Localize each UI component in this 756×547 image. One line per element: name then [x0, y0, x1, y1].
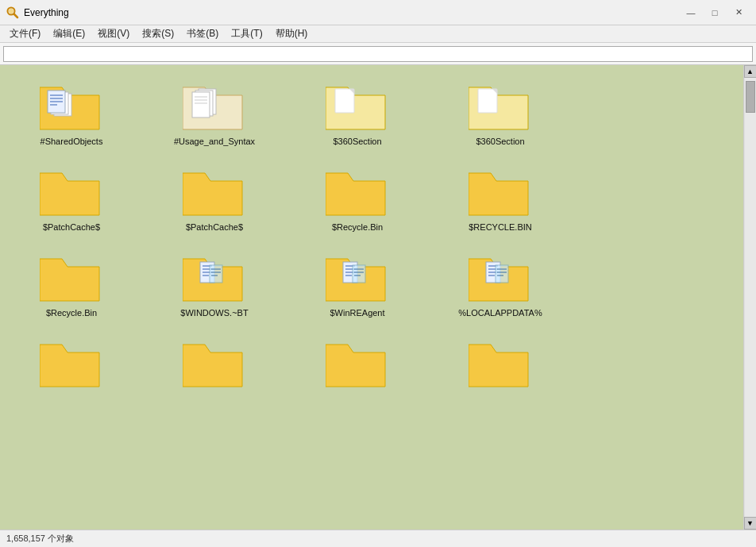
- list-item[interactable]: $Recycle.Bin: [302, 159, 413, 237]
- folder-icon: [40, 78, 103, 133]
- title-left: Everything: [6, 6, 69, 19]
- folder-icon: [40, 164, 103, 219]
- file-label: $360Section: [476, 137, 524, 146]
- list-item[interactable]: #SharedObjects: [16, 73, 127, 151]
- list-item[interactable]: $WinREAgent: [302, 245, 413, 322]
- menu-item[interactable]: 搜索(S): [136, 25, 180, 42]
- list-item[interactable]: [159, 330, 270, 399]
- scroll-track[interactable]: [745, 78, 756, 517]
- scroll-thumb[interactable]: [746, 81, 755, 113]
- file-label: $Recycle.Bin: [46, 308, 97, 318]
- list-item[interactable]: $360Section: [302, 73, 413, 151]
- svg-line-1: [14, 13, 18, 17]
- file-label: $360Section: [333, 137, 381, 146]
- svg-marker-24: [40, 173, 99, 215]
- menu-item[interactable]: 文件(F): [3, 25, 47, 42]
- scroll-down-arrow[interactable]: ▼: [744, 517, 757, 530]
- folder-icon: [326, 78, 389, 133]
- folder-icon: [469, 164, 532, 219]
- folder-icon: [40, 249, 103, 305]
- menu-item[interactable]: 书签(B): [180, 25, 225, 42]
- svg-rect-14: [192, 92, 210, 117]
- minimize-button[interactable]: —: [680, 3, 702, 22]
- svg-marker-28: [40, 259, 99, 301]
- folder-icon: [183, 78, 246, 133]
- svg-rect-55: [496, 265, 508, 283]
- list-item[interactable]: [16, 330, 127, 399]
- folder-icon: [469, 249, 532, 305]
- file-label: $WinREAgent: [330, 308, 384, 318]
- folder-icon: [40, 335, 103, 391]
- svg-marker-61: [326, 345, 385, 387]
- file-label: $PatchCache$: [186, 222, 243, 232]
- svg-rect-22: [478, 89, 497, 113]
- file-label: %LOCALAPPDATA%: [458, 308, 542, 318]
- svg-point-2: [9, 9, 14, 13]
- scroll-up-arrow[interactable]: ▲: [744, 65, 757, 78]
- list-item[interactable]: [302, 330, 413, 399]
- status-bar: 1,658,157 个对象: [0, 530, 756, 547]
- svg-marker-21: [469, 87, 528, 129]
- list-item[interactable]: %LOCALAPPDATA%: [445, 245, 556, 322]
- menu-item[interactable]: 编辑(E): [47, 25, 91, 42]
- menu-item[interactable]: 视图(V): [91, 25, 136, 42]
- svg-marker-27: [469, 173, 528, 215]
- svg-marker-18: [326, 87, 385, 129]
- list-item[interactable]: $RECYCLE.BIN: [445, 159, 556, 237]
- folder-icon: [183, 335, 246, 391]
- file-label: $PatchCache$: [43, 222, 100, 232]
- list-item[interactable]: $360Section: [445, 73, 556, 151]
- folder-icon: [326, 164, 389, 219]
- svg-marker-59: [40, 345, 99, 387]
- scrollbar[interactable]: ▲ ▼: [743, 65, 756, 530]
- folder-icon: [183, 164, 246, 219]
- list-item[interactable]: $Recycle.Bin: [16, 245, 127, 322]
- search-input[interactable]: [3, 46, 753, 62]
- svg-marker-25: [183, 173, 242, 215]
- file-label: #SharedObjects: [40, 137, 103, 146]
- file-label: $WINDOWS.~BT: [180, 308, 248, 318]
- file-grid: #SharedObjects #Usage_and_Syntax $360Sec…: [16, 73, 727, 399]
- status-count: 1,658,157 个对象: [6, 533, 74, 545]
- folder-icon: [183, 249, 246, 305]
- app-icon: [6, 6, 19, 19]
- svg-rect-45: [353, 265, 365, 283]
- file-label: #Usage_and_Syntax: [174, 137, 255, 146]
- search-bar: [0, 43, 756, 65]
- svg-marker-62: [469, 345, 528, 387]
- svg-rect-35: [210, 265, 222, 283]
- folder-icon: [326, 335, 389, 391]
- list-item[interactable]: #Usage_and_Syntax: [159, 73, 270, 151]
- menu-item[interactable]: 工具(T): [225, 25, 268, 42]
- menu-bar: 文件(F)编辑(E)视图(V)搜索(S)书签(B)工具(T)帮助(H): [0, 25, 756, 43]
- file-label: $Recycle.Bin: [332, 222, 383, 232]
- svg-marker-60: [183, 345, 242, 387]
- svg-marker-26: [326, 173, 385, 215]
- title-bar: Everything — □ ✕: [0, 0, 756, 25]
- list-item[interactable]: $PatchCache$: [159, 159, 270, 237]
- folder-icon: [326, 249, 389, 305]
- folder-icon: [469, 78, 532, 133]
- svg-rect-19: [335, 89, 354, 113]
- list-item[interactable]: $PatchCache$: [16, 159, 127, 237]
- file-label: $RECYCLE.BIN: [469, 222, 531, 232]
- maximize-button[interactable]: □: [704, 3, 726, 22]
- main-area: #SharedObjects #Usage_and_Syntax $360Sec…: [0, 65, 756, 530]
- list-item[interactable]: $WINDOWS.~BT: [159, 245, 270, 322]
- folder-icon: [469, 335, 532, 391]
- title-text: Everything: [24, 7, 69, 18]
- menu-item[interactable]: 帮助(H): [269, 25, 314, 42]
- list-item[interactable]: [445, 330, 556, 399]
- file-grid-container: #SharedObjects #Usage_and_Syntax $360Sec…: [0, 65, 743, 530]
- title-controls: — □ ✕: [680, 3, 750, 22]
- close-button[interactable]: ✕: [727, 3, 750, 22]
